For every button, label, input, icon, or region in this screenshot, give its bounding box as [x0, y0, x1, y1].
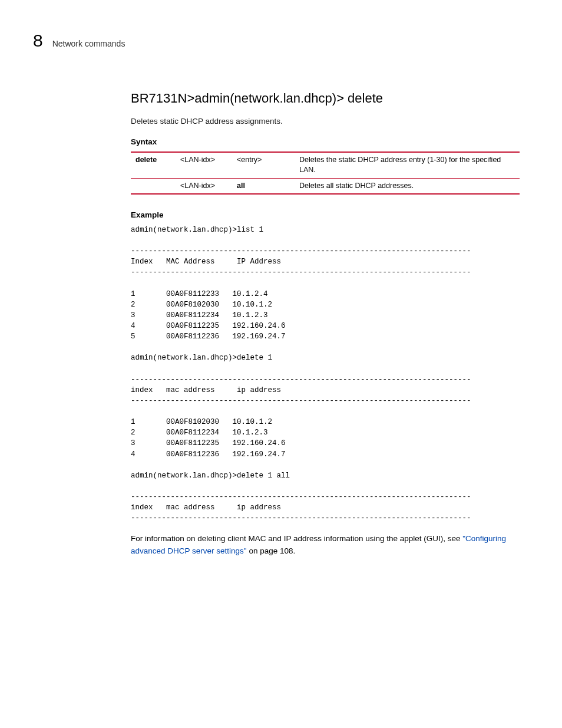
- syntax-arg: <entry>: [232, 153, 295, 179]
- syntax-desc: Deletes the static DHCP address entry (1…: [295, 153, 520, 179]
- example-heading: Example: [131, 210, 520, 221]
- footer-text-post: on page 108.: [247, 546, 296, 555]
- section-title: BR7131N>admin(network.lan.dhcp)> delete: [131, 90, 520, 108]
- syntax-desc: Deletes all static DHCP addresses.: [295, 178, 520, 194]
- chapter-title: Network commands: [52, 38, 125, 50]
- table-row: delete <LAN-idx> <entry> Deletes the sta…: [131, 153, 520, 179]
- section-description: Deletes static DHCP address assignments.: [131, 116, 520, 127]
- syntax-heading: Syntax: [131, 137, 520, 148]
- syntax-command: delete: [131, 153, 176, 179]
- content-body: BR7131N>admin(network.lan.dhcp)> delete …: [131, 90, 520, 557]
- example-code-block: admin(network.lan.dhcp)>list 1 ---------…: [131, 225, 520, 524]
- syntax-arg: all: [232, 178, 295, 194]
- syntax-command: [131, 178, 176, 194]
- page-header: 8 Network commands: [33, 28, 520, 53]
- syntax-arg: <LAN-idx>: [176, 153, 232, 179]
- footer-paragraph: For information on deleting client MAC a…: [131, 533, 520, 557]
- table-rule-bottom: [131, 194, 520, 195]
- syntax-table: delete <LAN-idx> <entry> Deletes the sta…: [131, 151, 520, 195]
- syntax-arg: <LAN-idx>: [176, 178, 232, 194]
- footer-text-pre: For information on deleting client MAC a…: [131, 534, 462, 543]
- chapter-number: 8: [33, 28, 43, 53]
- table-row: <LAN-idx> all Deletes all static DHCP ad…: [131, 178, 520, 194]
